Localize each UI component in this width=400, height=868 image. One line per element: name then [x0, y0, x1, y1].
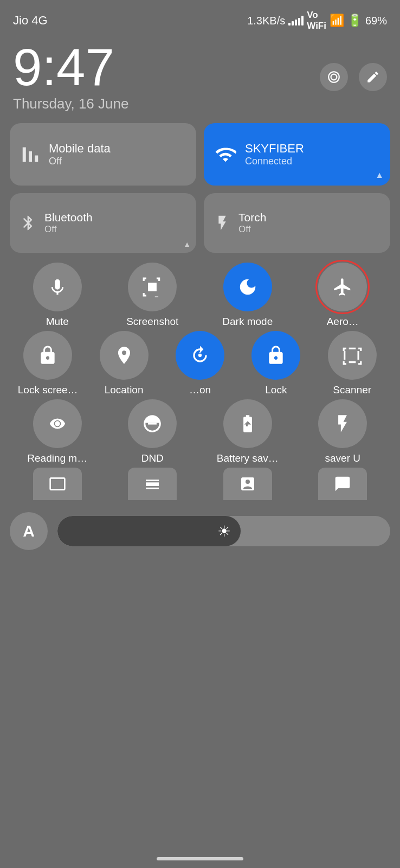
clock-area: 9:47 Thursday, 16 June — [0, 36, 400, 123]
svg-point-1 — [55, 421, 60, 426]
bluetooth-expand-icon: ▲ — [183, 240, 191, 248]
tiles-row-2: Bluetooth Off ▲ Torch Off — [10, 193, 390, 253]
controls-bar: A ☀ — [0, 505, 400, 558]
location-tile[interactable]: Location — [89, 331, 159, 396]
partial-btn-1[interactable] — [33, 468, 82, 500]
status-right: 1.3KB/s VoWiFi 📶 🔋 69% — [247, 10, 387, 31]
reading-label: Reading m… — [22, 452, 93, 464]
partial-btn-3[interactable] — [223, 468, 272, 500]
bluetooth-name: Bluetooth — [44, 211, 93, 224]
brightness-slider[interactable]: ☀ — [57, 516, 390, 546]
mobile-data-name: Mobile data — [49, 142, 111, 156]
lock-btn[interactable] — [251, 331, 300, 380]
lockscreen-label: Lock scree… — [12, 384, 83, 396]
brightness-icon: ☀ — [217, 522, 231, 540]
wifi-status-icon: 📶 — [330, 14, 344, 28]
lock-label: Lock — [241, 384, 311, 396]
scanner-btn[interactable] — [328, 331, 377, 380]
mute-tile[interactable]: Mute — [22, 263, 93, 328]
tiles-row-1: Mobile data Off SKYFIBER Connected ▲ — [10, 123, 390, 186]
wifi-tile-icon — [215, 144, 236, 165]
partial-tile-3[interactable] — [212, 468, 283, 500]
partial-tile-1[interactable] — [22, 468, 93, 500]
batterysaver-label: Battery sav… — [212, 452, 283, 464]
quick-tiles-section: Mobile data Off SKYFIBER Connected ▲ — [0, 123, 400, 253]
ultrasaver-btn[interactable] — [318, 399, 367, 448]
bluetooth-icon — [20, 214, 37, 232]
torch-status: Off — [238, 224, 266, 235]
ultrasaver-label: saver U — [307, 452, 378, 464]
bluetooth-status: Off — [44, 224, 93, 235]
rotation-label: …on — [165, 384, 235, 396]
status-bar: Jio 4G 1.3KB/s VoWiFi 📶 🔋 69% — [0, 0, 400, 36]
scanner-tile[interactable]: Scanner — [317, 331, 388, 396]
lock-tile[interactable]: Lock — [241, 331, 311, 396]
partial-tile-2[interactable] — [117, 468, 188, 500]
mute-label: Mute — [22, 316, 93, 328]
mobile-data-text: Mobile data Off — [49, 142, 111, 167]
home-indicator[interactable] — [157, 857, 243, 860]
mobile-data-tile[interactable]: Mobile data Off — [10, 123, 196, 186]
carrier-label: Jio 4G — [13, 14, 48, 28]
dnd-btn[interactable] — [128, 399, 177, 448]
bluetooth-text: Bluetooth Off — [44, 211, 93, 235]
lockscreen-btn[interactable] — [23, 331, 72, 380]
screenshot-tile[interactable]: Screenshot — [117, 263, 188, 328]
wifi-name: SKYFIBER — [245, 142, 304, 156]
battery-label: 69% — [365, 15, 387, 27]
rotation-btn[interactable] — [176, 331, 224, 380]
font-size-button[interactable]: A — [10, 512, 48, 550]
mobile-data-status: Off — [49, 156, 111, 167]
edit-icon[interactable] — [359, 63, 387, 91]
bluetooth-tile[interactable]: Bluetooth Off ▲ — [10, 193, 196, 253]
vowifi-icon: VoWiFi — [307, 10, 326, 31]
circle-row-2: Lock scree… Location …on — [10, 331, 390, 396]
clock-action-icons — [320, 63, 387, 91]
circle-row-1: Mute Screenshot Dark mode — [10, 263, 390, 328]
clock-time: 9:47 — [13, 41, 128, 93]
partial-btn-2[interactable] — [128, 468, 177, 500]
aeroplane-tile[interactable]: Aero… — [307, 263, 378, 328]
darkmode-tile[interactable]: Dark mode — [212, 263, 283, 328]
mobile-data-icon — [21, 145, 40, 164]
battery-icon: 🔋 — [347, 14, 362, 28]
darkmode-label: Dark mode — [212, 316, 283, 328]
reading-btn[interactable] — [33, 399, 82, 448]
torch-tile[interactable]: Torch Off — [204, 193, 390, 253]
aeroplane-label: Aero… — [307, 316, 378, 328]
batterysaver-tile[interactable]: Battery sav… — [212, 399, 283, 464]
clock-date: Thursday, 16 June — [13, 95, 128, 112]
circle-tiles-section: Mute Screenshot Dark mode — [0, 260, 400, 500]
screenshot-btn[interactable] — [128, 263, 177, 311]
mute-btn[interactable] — [33, 263, 82, 311]
dnd-label: DND — [117, 452, 188, 464]
dnd-tile[interactable]: DND — [117, 399, 188, 464]
signal-icon — [288, 16, 304, 25]
circle-row-3: Reading m… DND Battery sav… — [10, 399, 390, 464]
wifi-tile[interactable]: SKYFIBER Connected ▲ — [204, 123, 390, 186]
wifi-status: Connected — [245, 156, 304, 167]
torch-text: Torch Off — [238, 211, 266, 235]
location-label: Location — [89, 384, 159, 396]
lockscreen-tile[interactable]: Lock scree… — [12, 331, 83, 396]
partial-tile-4[interactable] — [307, 468, 378, 500]
darkmode-btn[interactable] — [223, 263, 272, 311]
ultrasaver-tile[interactable]: saver U — [307, 399, 378, 464]
rotation-tile[interactable]: …on — [165, 331, 235, 396]
settings-icon[interactable] — [320, 63, 348, 91]
partial-btn-4[interactable] — [318, 468, 367, 500]
svg-point-0 — [198, 354, 202, 357]
scanner-label: Scanner — [317, 384, 388, 396]
location-btn[interactable] — [100, 331, 149, 380]
wifi-text: SKYFIBER Connected — [245, 142, 304, 167]
batterysaver-btn[interactable] — [223, 399, 272, 448]
aeroplane-btn[interactable] — [318, 263, 367, 311]
circle-row-4-partial — [10, 468, 390, 500]
torch-name: Torch — [238, 211, 266, 224]
reading-tile[interactable]: Reading m… — [22, 399, 93, 464]
speed-label: 1.3KB/s — [247, 15, 285, 27]
brightness-fill — [57, 516, 241, 546]
torch-icon — [214, 214, 231, 232]
screenshot-label: Screenshot — [117, 316, 188, 328]
wifi-expand-icon: ▲ — [375, 170, 384, 180]
